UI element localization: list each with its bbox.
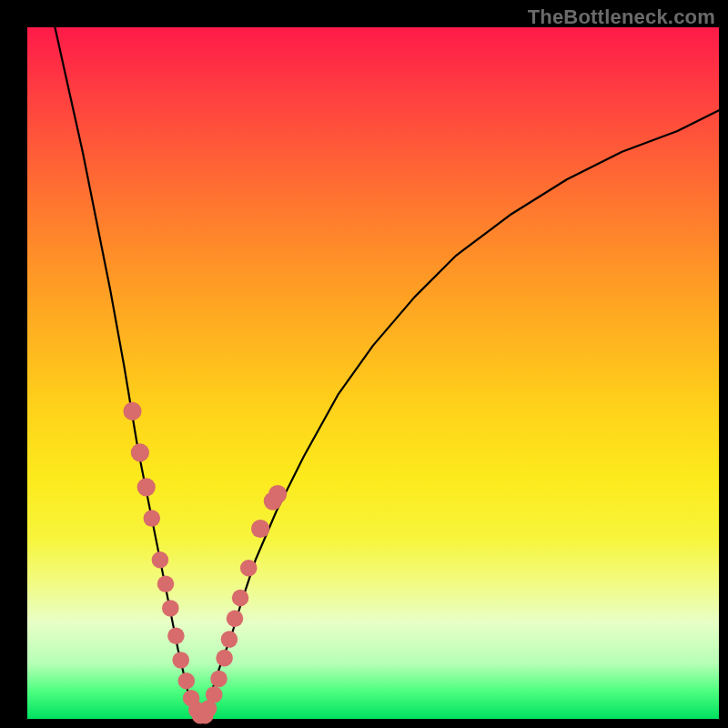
marker-dot	[268, 485, 287, 503]
marker-dot	[131, 443, 149, 461]
marker-dot	[167, 628, 185, 645]
marker-dot	[157, 576, 175, 593]
marker-dot	[216, 650, 233, 667]
chart-frame: TheBottleneck.com	[0, 0, 728, 728]
plot-area	[27, 27, 719, 719]
chart-svg	[27, 27, 719, 719]
marker-dot	[206, 686, 223, 703]
marker-dot	[210, 671, 228, 688]
marker-dot	[232, 590, 249, 607]
marker-dot	[162, 600, 179, 617]
marker-dot	[221, 631, 238, 648]
marker-dot	[137, 478, 156, 496]
marker-dot	[144, 510, 161, 527]
marker-group	[123, 402, 287, 724]
marker-dot	[227, 611, 244, 628]
marker-dot	[240, 560, 258, 577]
marker-dot	[172, 652, 189, 669]
marker-dot	[152, 551, 169, 569]
marker-dot	[178, 672, 196, 690]
marker-dot	[251, 520, 269, 538]
marker-dot	[123, 402, 141, 420]
curve-right-branch	[200, 110, 719, 719]
curve-left-branch	[55, 27, 200, 719]
watermark-text: TheBottleneck.com	[528, 5, 715, 29]
